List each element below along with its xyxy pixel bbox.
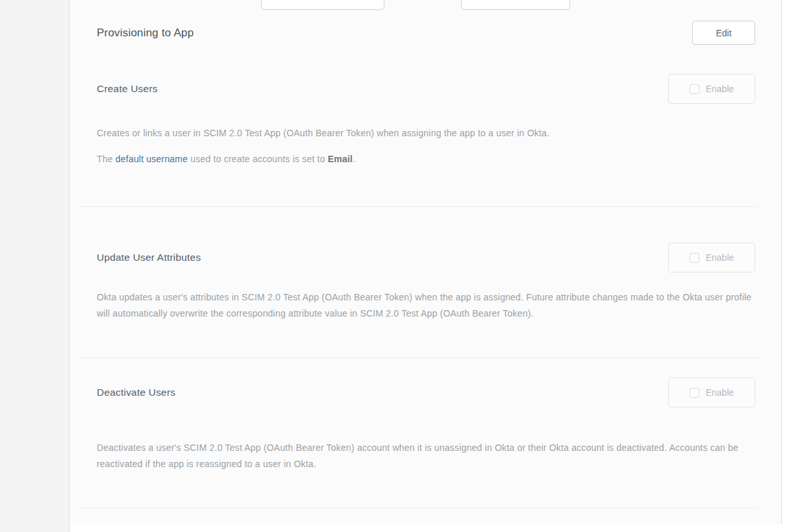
note-suffix: . xyxy=(353,154,355,164)
enable-checkbox[interactable] xyxy=(690,253,699,263)
section-head: Create Users Enable xyxy=(97,74,755,104)
section-title: Deactivate Users xyxy=(97,387,175,398)
section-divider xyxy=(80,206,757,207)
right-page-gutter xyxy=(782,0,787,532)
note-prefix: The xyxy=(97,154,116,164)
section-create-users: Create Users Enable Creates or links a u… xyxy=(97,74,755,167)
note-middle: used to create accounts is set to xyxy=(188,154,328,164)
section-title: Create Users xyxy=(97,83,158,95)
section-description: Okta updates a user's attributes in SCIM… xyxy=(97,289,755,322)
section-head: Update User Attributes Enable xyxy=(97,243,755,272)
truncated-input-2[interactable] xyxy=(461,0,570,10)
default-username-note: The default username used to create acco… xyxy=(97,151,755,167)
panel-header: Provisioning to App Edit xyxy=(97,21,755,45)
enable-toggle-update-attributes[interactable]: Enable xyxy=(668,243,755,272)
default-username-link[interactable]: default username xyxy=(116,154,188,164)
enable-label: Enable xyxy=(706,84,734,94)
section-title: Update User Attributes xyxy=(97,252,201,263)
enable-checkbox[interactable] xyxy=(690,84,699,94)
okta-provisioning-page: Provisioning to App Edit Create Users En… xyxy=(0,0,787,532)
section-description: Deactivates a user's SCIM 2.0 Test App (… xyxy=(97,440,755,472)
enable-checkbox[interactable] xyxy=(690,388,699,398)
enable-toggle-deactivate-users[interactable]: Enable xyxy=(668,378,755,407)
page-title: Provisioning to App xyxy=(97,27,194,40)
enable-toggle-create-users[interactable]: Enable xyxy=(668,74,755,104)
enable-label: Enable xyxy=(706,387,734,398)
edit-button[interactable]: Edit xyxy=(692,21,755,45)
section-description: Creates or links a user in SCIM 2.0 Test… xyxy=(97,125,755,141)
note-bold-value: Email xyxy=(328,154,353,164)
left-sidebar-area xyxy=(0,0,69,532)
section-head: Deactivate Users Enable xyxy=(97,378,755,407)
section-update-user-attributes: Update User Attributes Enable Okta updat… xyxy=(97,243,755,322)
provisioning-panel: Provisioning to App Edit Create Users En… xyxy=(69,0,782,524)
section-divider xyxy=(80,357,757,358)
enable-label: Enable xyxy=(706,252,734,263)
truncated-input-1[interactable] xyxy=(261,0,384,10)
bottom-divider xyxy=(80,507,757,508)
section-deactivate-users: Deactivate Users Enable Deactivates a us… xyxy=(97,378,755,472)
